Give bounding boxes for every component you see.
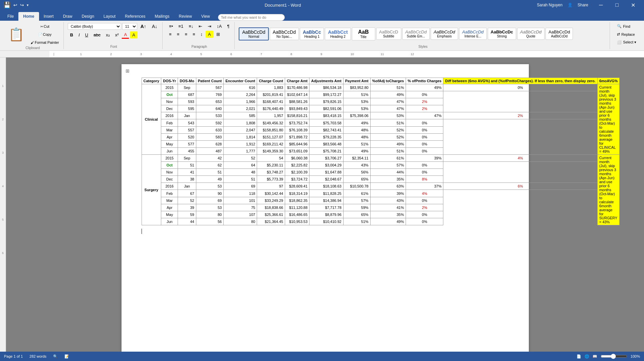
cell-data: $83,566.48 [309,140,344,147]
redo-btn[interactable]: ↪ [20,2,24,8]
increase-indent-button[interactable]: ⇥ [205,23,214,30]
style-title[interactable]: AaB Title [352,27,375,40]
word-icon: 💾 [3,1,11,9]
cell-diff: 0% [406,91,443,98]
share-btn[interactable]: Share [578,3,588,7]
table-row: 2016Jan5335851,957$158,816.21$83,418.15$… [142,112,620,119]
bullets-button[interactable]: ≡• [167,23,175,30]
align-left-button[interactable]: ≡ [167,31,174,38]
font-family-select[interactable]: Calibri (Body) [68,23,121,30]
decrease-indent-button[interactable]: ⇤ [196,23,205,30]
undo-btn[interactable]: ↩ [13,2,17,8]
cell-data: 49 [196,176,224,183]
line-spacing-button[interactable]: ↕ [198,31,205,38]
cell-data: 640 [196,105,224,112]
superscript-button[interactable]: x² [113,31,121,38]
paste-button[interactable]: 📋 [5,23,28,45]
align-right-button[interactable]: ≡ [182,31,190,38]
zoom-slider[interactable] [601,354,627,359]
font-shrink-btn[interactable]: A↓ [150,23,160,30]
style-aabbccdd[interactable]: AaBbCcDd AaBbCcDd [546,28,573,40]
shading-button[interactable]: A [206,31,213,38]
cut-button[interactable]: ✂ Cut [29,23,61,30]
view-read-btn[interactable]: 📖 [593,354,597,359]
cell-year: 2015 [161,84,178,91]
user-name: Sarah Nguyen [537,3,563,7]
editing-group: 🔍 Find ⇄ Replace ⬜ Select ▾ Editing [611,22,642,49]
cell-data: $16,486.65 [285,211,309,218]
cell-data: 57% [370,162,406,169]
close-btn[interactable]: ✕ [625,0,641,10]
strikethrough-button[interactable]: abc [91,31,103,38]
style-strong[interactable]: AaBbCcDc Strong [488,28,516,40]
cell-data: $201,819.41 [257,91,285,98]
tab-layout[interactable]: Layout [99,12,120,21]
tell-me-input[interactable] [218,14,285,21]
italic-button[interactable]: I [76,31,82,38]
cell-data: $75,398.06 [343,112,370,119]
view-web-btn[interactable]: 🌐 [585,354,589,359]
show-marks-button[interactable]: ¶ [225,23,232,30]
underline-button[interactable]: U [83,31,90,38]
cell-data: $102,647.14 [285,91,309,98]
style-subtitle[interactable]: AaBbCcD Subtitle [376,28,401,40]
tab-mailings[interactable]: Mailings [150,12,174,21]
numbering-button[interactable]: ≡1 [176,23,186,30]
justify-button[interactable]: ≡ [190,31,198,38]
cell-data: 595 [178,105,196,112]
style-normal[interactable]: AaBbCcDd Normal [239,27,268,40]
style-intense-em[interactable]: AaBbCcDd Intense E... [459,28,486,40]
font-size-select[interactable]: 11 [122,23,137,30]
view-print-btn[interactable]: 📄 [577,354,581,359]
style-no-space[interactable]: AaBbCcDd No Spac... [270,28,299,40]
subscript-button[interactable]: x₂ [103,31,112,38]
copy-button[interactable]: 📄 Copy [29,31,61,38]
tab-view[interactable]: View [197,12,215,21]
tab-home[interactable]: Home [18,12,39,21]
tab-review[interactable]: Review [174,12,197,21]
tab-references[interactable]: References [120,12,150,21]
minimize-btn[interactable]: ─ [593,0,609,10]
maximize-btn[interactable]: □ [609,0,625,10]
select-button[interactable]: ⬜ Select ▾ [614,39,639,46]
cell-month: Jun [161,147,178,154]
cell-month: May [161,140,178,147]
profile-icon[interactable]: 👤 [568,3,573,7]
cell-data: $99,172.27 [309,91,344,98]
page-area[interactable]: ⊞ Category DOS-Yr DOS-Mo Patient Count E… [6,57,644,352]
cell-data: 51% [370,84,406,91]
borders-button[interactable]: ⊞ [214,31,222,38]
sort-button[interactable]: ↕A [214,23,224,30]
table-add-icon[interactable]: ⊞ [126,68,130,74]
bold-button[interactable]: B [68,31,75,38]
tab-file[interactable]: File [3,12,18,21]
tab-insert[interactable]: Insert [39,12,58,21]
style-emphasis[interactable]: AaBbCcDd Emphasis [431,28,458,40]
highlight-button[interactable]: A [130,31,138,38]
cell-month: Sep [178,155,196,162]
style-heading1[interactable]: AaBbCc Heading 1 [300,28,324,40]
cell-data: $3,004.29 [309,162,344,169]
tab-design[interactable]: Design [77,12,99,21]
page-cursor-area[interactable] [142,225,509,239]
style-heading2[interactable]: AaBbCct Heading 2 [325,28,351,40]
cell-data: 57% [343,197,370,204]
cell-diff: 2% [406,204,443,211]
cell-data: $28,609.41 [285,183,309,190]
replace-button[interactable]: ⇄ Replace [614,31,639,38]
multilevel-button[interactable]: ≡↓ [186,23,196,30]
ribbon: 📋 ✂ Cut 📄 Copy 🖌 Format Painter Clipboar… [0,21,644,51]
font-color-button[interactable]: A [122,31,129,39]
style-subtle-em[interactable]: AaBbCcDd Subtle Em... [402,28,430,40]
style-quote[interactable]: AaBbCcDd Quote [517,28,545,40]
word-count: 282 words [29,354,46,358]
cell-data: $158,816.21 [285,112,309,119]
cell-diff: 0% [406,197,443,204]
font-grow-btn[interactable]: A↑ [138,23,149,30]
align-center-button[interactable]: ≡ [175,31,182,38]
col-charge-amt: Charge Amt [285,78,309,84]
tab-draw[interactable]: Draw [58,12,77,21]
cell-data: 520 [178,133,196,140]
format-painter-button[interactable]: 🖌 Format Painter [29,39,61,46]
find-button[interactable]: 🔍 Find [614,23,639,30]
